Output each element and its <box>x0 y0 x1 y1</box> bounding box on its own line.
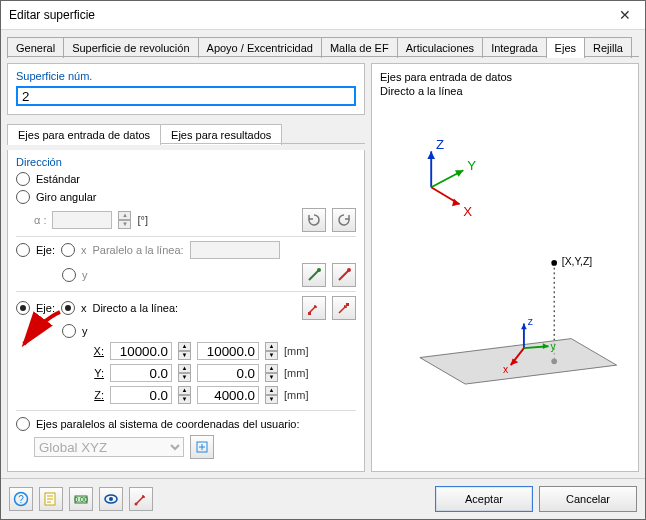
direction-group: Dirección Estándar Giro angular α : <box>7 150 365 472</box>
label-parallel-y: y <box>82 269 88 281</box>
z1-spinner[interactable]: ▲▼ <box>178 386 191 404</box>
y2-input[interactable] <box>197 364 259 382</box>
radio-direct-x[interactable] <box>61 301 75 315</box>
alpha-label: α : <box>34 214 46 226</box>
pick-point1-icon[interactable] <box>302 296 326 320</box>
subtab-input-axes[interactable]: Ejes para entrada de datos <box>7 124 161 145</box>
subtab-result-axes[interactable]: Ejes para resultados <box>160 124 282 145</box>
x2-input[interactable] <box>197 342 259 360</box>
coord-x-label: X: <box>90 345 104 357</box>
close-button[interactable]: ✕ <box>605 1 645 29</box>
parallel-line-input <box>190 241 280 259</box>
label-ucs: Ejes paralelos al sistema de coordenadas… <box>36 418 300 430</box>
y-unit: [mm] <box>284 367 308 379</box>
svg-text:Z: Z <box>436 137 444 152</box>
svg-point-1 <box>347 268 351 272</box>
radio-direct[interactable] <box>16 301 30 315</box>
svg-text:?: ? <box>18 494 24 505</box>
help-icon[interactable]: ? <box>9 487 33 511</box>
tab-grid[interactable]: Rejilla <box>584 37 632 58</box>
left-panel: Superficie núm. Ejes para entrada de dat… <box>7 63 365 472</box>
radio-parallel[interactable] <box>16 243 30 257</box>
y1-spinner[interactable]: ▲▼ <box>178 364 191 382</box>
radio-ucs[interactable] <box>16 417 30 431</box>
label-axis-2: Eje: <box>36 302 55 314</box>
alpha-unit: [°] <box>137 214 148 226</box>
radio-direct-y[interactable] <box>62 324 76 338</box>
pick-line-alt-icon[interactable] <box>332 263 356 287</box>
tab-revolution[interactable]: Superficie de revolución <box>63 37 198 58</box>
svg-text:[X,Y,Z]: [X,Y,Z] <box>562 256 593 267</box>
svg-rect-2 <box>308 312 311 315</box>
svg-text:y: y <box>550 341 556 352</box>
tab-fe-mesh[interactable]: Malla de EF <box>321 37 398 58</box>
direction-title: Dirección <box>16 156 356 168</box>
label-direct: Directo a la línea: <box>92 302 178 314</box>
svg-point-27 <box>109 497 113 501</box>
x-unit: [mm] <box>284 345 308 357</box>
main-tabs: General Superficie de revolución Apoyo /… <box>1 30 645 57</box>
rotate-cw-icon[interactable] <box>302 208 326 232</box>
tab-support[interactable]: Apoyo / Excentricidad <box>198 37 322 58</box>
svg-text:0.00: 0.00 <box>74 496 88 503</box>
rotate-ccw-icon[interactable] <box>332 208 356 232</box>
radio-angular[interactable] <box>16 190 30 204</box>
z2-spinner[interactable]: ▲▼ <box>265 386 278 404</box>
label-parallel-x: x <box>81 244 87 256</box>
label-parallel: Paralelo a la línea: <box>92 244 183 256</box>
z2-input[interactable] <box>197 386 259 404</box>
x2-spinner[interactable]: ▲▼ <box>265 342 278 360</box>
view-icon[interactable] <box>99 487 123 511</box>
label-direct-x: x <box>81 302 87 314</box>
ucs-edit-icon[interactable] <box>190 435 214 459</box>
cancel-button[interactable]: Cancelar <box>539 486 637 512</box>
ucs-combo: Global XYZ <box>34 437 184 457</box>
units-icon[interactable]: 0.00 <box>69 487 93 511</box>
pick-point2-icon[interactable] <box>332 296 356 320</box>
preview-line1: Ejes para entrada de datos <box>380 70 630 84</box>
y2-spinner[interactable]: ▲▼ <box>265 364 278 382</box>
label-angular: Giro angular <box>36 191 97 203</box>
coord-y-label: Y: <box>90 367 104 379</box>
pick-icon[interactable] <box>129 487 153 511</box>
subtab-row: Ejes para entrada de datos Ejes para res… <box>7 123 365 144</box>
x1-spinner[interactable]: ▲▼ <box>178 342 191 360</box>
preview-3d: Z Y X [X,Y,Z] z y x <box>382 104 628 464</box>
radio-standard[interactable] <box>16 172 30 186</box>
label-direct-y: y <box>82 325 88 337</box>
alpha-input <box>52 211 112 229</box>
z1-input[interactable] <box>110 386 172 404</box>
svg-point-28 <box>135 503 138 506</box>
svg-text:Y: Y <box>467 158 476 173</box>
dialog-window: Editar superficie ✕ General Superficie d… <box>0 0 646 520</box>
x1-input[interactable] <box>110 342 172 360</box>
surface-number-title: Superficie núm. <box>16 70 356 82</box>
y1-input[interactable] <box>110 364 172 382</box>
radio-parallel-x[interactable] <box>61 243 75 257</box>
preview-line2: Directo a la línea <box>380 84 630 98</box>
surface-number-input[interactable] <box>16 86 356 106</box>
tab-integrated[interactable]: Integrada <box>482 37 546 58</box>
dialog-footer: ? 0.00 Aceptar Cancelar <box>1 478 645 519</box>
ok-button[interactable]: Aceptar <box>435 486 533 512</box>
z-unit: [mm] <box>284 389 308 401</box>
coord-z-label: Z: <box>90 389 104 401</box>
tab-hinges[interactable]: Articulaciones <box>397 37 483 58</box>
tab-general[interactable]: General <box>7 37 64 58</box>
note-icon[interactable] <box>39 487 63 511</box>
label-standard: Estándar <box>36 173 80 185</box>
tab-axes[interactable]: Ejes <box>546 37 585 58</box>
pick-line-icon[interactable] <box>302 263 326 287</box>
svg-text:X: X <box>463 204 472 219</box>
svg-rect-3 <box>346 303 349 306</box>
alpha-spinner: ▲▼ <box>118 211 131 229</box>
titlebar: Editar superficie ✕ <box>1 1 645 30</box>
svg-text:x: x <box>503 364 509 375</box>
label-axis-1: Eje: <box>36 244 55 256</box>
radio-parallel-y[interactable] <box>62 268 76 282</box>
svg-text:z: z <box>528 316 533 327</box>
dialog-body: Superficie núm. Ejes para entrada de dat… <box>1 57 645 478</box>
preview-panel: Ejes para entrada de datos Directo a la … <box>371 63 639 472</box>
window-title: Editar superficie <box>1 8 605 22</box>
surface-number-group: Superficie núm. <box>7 63 365 115</box>
